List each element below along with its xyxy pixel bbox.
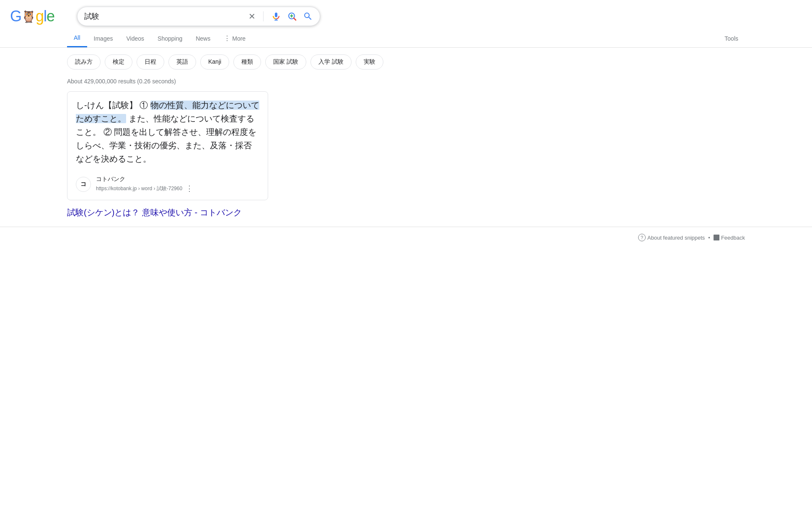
chip-kokka[interactable]: 国家 試験 (265, 54, 306, 70)
tab-tools-label: Tools (724, 35, 738, 42)
source-url-row: https://kotobank.jp › word › 試験-72960 ⋮ (96, 184, 193, 193)
snippet-text: し‐けん【試験】 ① 物の性質、能力などについてためすこと。 また、性能などにつ… (76, 98, 259, 165)
logo-owl-icon: 🦉 (21, 10, 36, 23)
source-url: https://kotobank.jp › word › 試験-72960 (96, 185, 182, 192)
search-bar: ✕ (77, 7, 320, 26)
feedback-icon (714, 235, 719, 240)
header: G 🦉 g l e ✕ (0, 0, 812, 26)
tab-news[interactable]: News (189, 30, 217, 47)
about-snippets-link[interactable]: ? About featured snippets (638, 234, 705, 241)
chip-eigo-label: 英語 (176, 58, 188, 65)
chip-nittei-label: 日程 (145, 58, 156, 65)
chip-jikken[interactable]: 実験 (356, 54, 383, 70)
snippet-text-before: し‐けん【試験】 ① (76, 101, 150, 110)
chip-kentei-label: 検定 (113, 58, 124, 65)
lens-icon[interactable] (287, 11, 297, 21)
google-logo[interactable]: G 🦉 g l e (10, 8, 54, 25)
source-row: コ コトバンク https://kotobank.jp › word › 試験-… (76, 172, 259, 193)
logo-letter-o2: g (36, 8, 44, 25)
feedback-link[interactable]: Feedback (714, 235, 745, 241)
tab-all-label: All (74, 34, 80, 41)
source-name: コトバンク (96, 176, 193, 183)
tab-images-label: Images (94, 35, 113, 42)
source-favicon: コ (76, 177, 91, 192)
footer-separator: • (708, 235, 710, 241)
tab-images[interactable]: Images (87, 30, 120, 47)
search-submit-button[interactable] (303, 11, 313, 21)
search-icon-area: ✕ (248, 11, 313, 21)
chip-yomikata-label: 読み方 (75, 58, 93, 65)
chip-shurui-label: 種類 (241, 58, 253, 65)
tab-news-label: News (196, 35, 210, 42)
mic-icon[interactable] (271, 11, 281, 21)
feedback-text: Feedback (721, 235, 745, 241)
search-input[interactable] (84, 12, 244, 21)
tab-tools[interactable]: Tools (718, 30, 745, 47)
chip-shurui[interactable]: 種類 (233, 54, 261, 70)
logo-letter-g2: l (44, 8, 47, 25)
chip-kokka-label: 国家 試験 (273, 58, 298, 65)
logo-letter-g: G (10, 8, 21, 25)
more-dots-icon: ⋮ (224, 34, 230, 42)
chip-nittei[interactable]: 日程 (137, 54, 164, 70)
tab-more-label: More (232, 35, 246, 42)
featured-snippet: し‐けん【試験】 ① 物の性質、能力などについてためすこと。 また、性能などにつ… (67, 91, 268, 200)
source-info: コトバンク https://kotobank.jp › word › 試験-72… (96, 176, 193, 193)
nav-tabs: All Images Videos Shopping News ⋮ More T… (0, 29, 812, 48)
source-icon-text: コ (80, 181, 86, 188)
footer-info: ? About featured snippets • Feedback (0, 227, 812, 248)
result-stats: About 429,000,000 results (0.26 seconds) (67, 76, 268, 91)
chip-kanji[interactable]: Kanji (200, 54, 229, 70)
chips-area: 読み方 検定 日程 英語 Kanji 種類 国家 試験 入学 試験 実験 (0, 48, 812, 76)
source-options-icon[interactable]: ⋮ (186, 184, 193, 193)
about-snippets-text: About featured snippets (647, 235, 705, 241)
tab-videos[interactable]: Videos (119, 30, 151, 47)
chip-eigo[interactable]: 英語 (168, 54, 196, 70)
chip-jikken-label: 実験 (364, 58, 375, 65)
chip-kentei[interactable]: 検定 (105, 54, 132, 70)
results-area: About 429,000,000 results (0.26 seconds)… (0, 76, 335, 218)
result-link[interactable]: 試験(シケン)とは？ 意味や使い方 - コトバンク (67, 207, 268, 218)
chip-yomikata[interactable]: 読み方 (67, 54, 101, 70)
chip-nyugaku[interactable]: 入学 試験 (310, 54, 352, 70)
search-divider (263, 11, 264, 21)
svg-rect-0 (275, 13, 277, 17)
tab-videos-label: Videos (126, 35, 144, 42)
clear-button[interactable]: ✕ (248, 11, 256, 21)
logo-letter-l: e (47, 8, 54, 25)
tab-shopping[interactable]: Shopping (151, 30, 189, 47)
logo-area: G 🦉 g l e (10, 8, 69, 25)
chip-nyugaku-label: 入学 試験 (318, 58, 344, 65)
chip-kanji-label: Kanji (208, 58, 221, 65)
tab-shopping-label: Shopping (158, 35, 182, 42)
tab-more[interactable]: ⋮ More (217, 29, 252, 47)
help-circle-icon: ? (638, 234, 646, 241)
tab-all[interactable]: All (67, 29, 87, 47)
